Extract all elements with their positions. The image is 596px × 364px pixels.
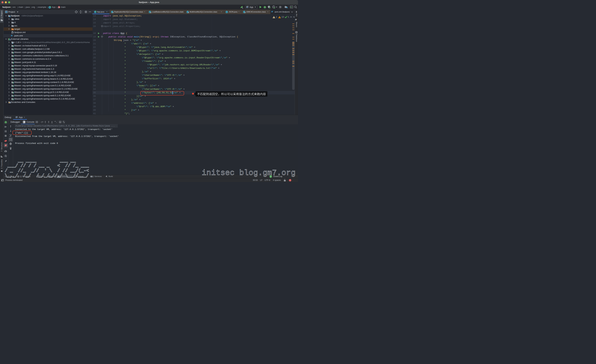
svg-text:I: I: [56, 122, 57, 123]
svg-text:C: C: [226, 11, 227, 13]
